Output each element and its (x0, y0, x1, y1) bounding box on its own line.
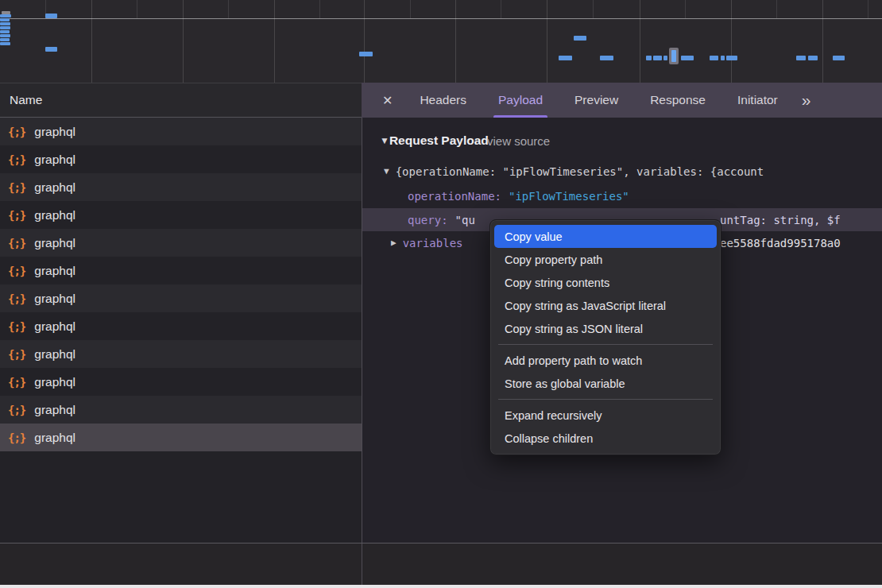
fetch-json-icon: {;} (8, 265, 25, 277)
chevron-right-icon[interactable]: ▶ (391, 238, 397, 248)
request-name: graphql (34, 403, 75, 417)
view-source-link[interactable]: view source (487, 130, 550, 152)
request-timing-bar (796, 56, 806, 60)
request-name: graphql (34, 431, 75, 445)
fetch-json-icon: {;} (8, 237, 25, 250)
request-timing-bar (726, 56, 737, 60)
table-row[interactable]: {;}graphql (0, 340, 362, 368)
fetch-json-icon: {;} (8, 181, 25, 194)
request-timing-bar (559, 56, 572, 60)
chevron-down-icon[interactable]: ▼ (384, 166, 389, 176)
table-row[interactable]: {;}graphql (0, 145, 362, 173)
property-value-string: "ipFlowTimeseries" (509, 190, 629, 203)
ruler-gridline (593, 0, 594, 18)
gridline (91, 0, 92, 83)
menu-item-store-as-global-variable[interactable]: Store as global variable (490, 372, 721, 395)
gridline (547, 0, 547, 83)
request-name: graphql (34, 319, 75, 334)
menu-item-copy-property-path[interactable]: Copy property path (490, 248, 721, 271)
request-name: graphql (34, 125, 75, 139)
table-row[interactable]: {;}graphql (0, 229, 362, 257)
request-timing-bar (0, 26, 10, 29)
request-timing-bar (0, 18, 10, 21)
table-row[interactable]: {;}graphql (0, 368, 362, 396)
gridline (274, 0, 275, 83)
table-row[interactable]: {;}graphql (0, 118, 362, 145)
request-name: graphql (34, 264, 75, 278)
request-timing-bar (0, 22, 10, 25)
ruler-gridline (228, 0, 229, 18)
fetch-json-icon: {;} (8, 431, 25, 444)
column-header-name[interactable]: Name (0, 83, 362, 118)
fetch-json-icon: {;} (8, 376, 25, 389)
request-timing-bar (600, 56, 613, 60)
tab-preview[interactable]: Preview (571, 83, 621, 118)
network-overview-timeline[interactable] (0, 0, 882, 83)
request-timing-bar (574, 36, 586, 41)
request-name: graphql (34, 208, 75, 222)
request-timing-bar (0, 42, 10, 45)
menu-item-copy-string-js-literal[interactable]: Copy string as JavaScript literal (490, 294, 721, 317)
request-list: {;}graphql {;}graphql {;}graphql {;}grap… (0, 118, 362, 543)
ruler-gridline (319, 0, 320, 18)
fetch-json-icon: {;} (8, 292, 25, 305)
gridline (455, 0, 456, 83)
request-timing-bar (663, 56, 667, 60)
gridline (822, 0, 823, 83)
request-timing-bar (808, 56, 818, 60)
property-key: query: (408, 214, 448, 226)
request-timing-bar (0, 14, 11, 17)
menu-item-copy-value[interactable]: Copy value (494, 225, 717, 248)
ruler-gridline (685, 0, 686, 18)
request-name: graphql (34, 153, 75, 167)
table-row[interactable]: {;}graphql (0, 396, 362, 424)
ruler-gridline (501, 0, 501, 18)
menu-item-copy-string-json-literal[interactable]: Copy string as JSON literal (490, 317, 721, 340)
request-timing-bar (721, 56, 725, 60)
gridline (731, 0, 732, 83)
more-tabs-icon[interactable]: » (802, 83, 810, 118)
menu-item-add-property-path-to-watch[interactable]: Add property path to watch (490, 349, 721, 372)
property-value-string-fragment: untTag: string, $f (720, 214, 841, 226)
object-preview-text: {operationName: "ipFlowTimeseries", vari… (396, 165, 764, 178)
request-name: graphql (34, 375, 75, 389)
request-timing-bar (653, 56, 662, 60)
table-row[interactable]: {;}graphql (0, 312, 362, 340)
request-name: graphql (34, 236, 75, 250)
payload-root-row[interactable]: ▼{operationName: "ipFlowTimeseries", var… (362, 160, 882, 183)
ruler-gridline (410, 0, 411, 18)
request-timing-bar (0, 34, 10, 37)
table-row[interactable]: {;}graphql (0, 257, 362, 284)
table-row[interactable]: {;}graphql (0, 201, 362, 229)
tab-response[interactable]: Response (647, 83, 709, 118)
table-row-selected[interactable]: {;}graphql (0, 424, 362, 451)
table-row[interactable]: {;}graphql (0, 284, 362, 312)
overview-ruler-line (0, 18, 882, 19)
menu-item-copy-string-contents[interactable]: Copy string contents (490, 271, 721, 294)
property-value-fragment: ee5588fdad995178a0 (720, 237, 841, 250)
fetch-json-icon: {;} (8, 209, 25, 222)
tab-headers[interactable]: Headers (416, 83, 470, 118)
section-title: Request Payload (389, 133, 489, 148)
panel-divider (362, 544, 362, 585)
column-header-label: Name (10, 93, 42, 107)
detail-tab-bar: ✕ Headers Payload Preview Response Initi… (362, 83, 882, 118)
table-row[interactable]: {;}graphql (0, 173, 362, 201)
fetch-json-icon: {;} (8, 153, 25, 166)
request-payload-section-header[interactable]: ▼Request Payload (362, 130, 489, 152)
request-timing-bar (0, 30, 10, 33)
ruler-gridline (137, 0, 137, 18)
gridline (640, 0, 640, 83)
tab-initiator[interactable]: Initiator (734, 83, 781, 118)
payload-row-operation-name[interactable]: operationName:"ipFlowTimeseries" (362, 184, 882, 207)
close-icon[interactable]: ✕ (362, 83, 404, 118)
fetch-json-icon: {;} (8, 348, 25, 361)
chevron-down-icon[interactable]: ▼ (380, 135, 389, 146)
menu-item-collapse-children[interactable]: Collapse children (490, 427, 721, 450)
request-timing-bar (710, 56, 718, 60)
property-key: operationName: (408, 190, 501, 203)
request-timing-bar (0, 38, 10, 41)
tab-payload[interactable]: Payload (495, 83, 546, 118)
request-timing-bar (681, 56, 694, 60)
menu-item-expand-recursively[interactable]: Expand recursively (490, 404, 721, 427)
